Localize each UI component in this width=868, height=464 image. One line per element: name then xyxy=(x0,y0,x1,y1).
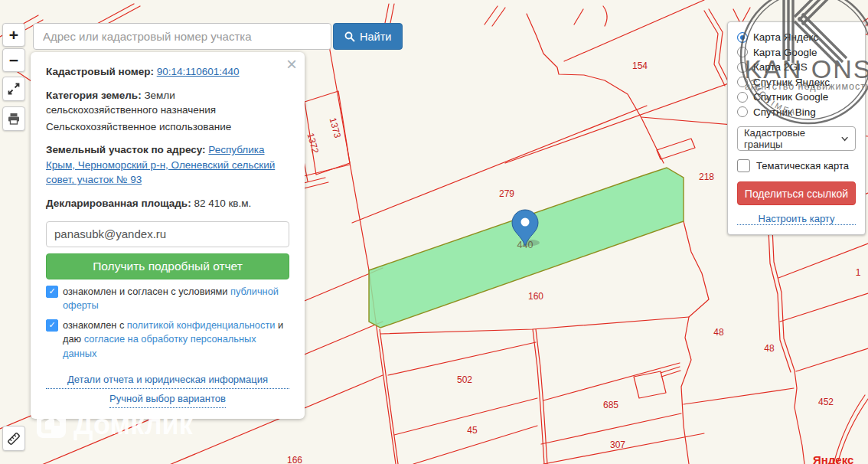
report-details-link[interactable]: Детали отчета и юридическая информация xyxy=(46,371,289,389)
cadastral-number-label: Кадастровый номер: xyxy=(46,66,154,77)
minus-icon: − xyxy=(9,52,18,68)
address-label: Земельный участок по адресу: xyxy=(46,144,206,155)
parcel-label: 502 xyxy=(457,374,472,385)
thematic-map-toggle[interactable]: Тематическая карта xyxy=(737,159,856,172)
email-field[interactable] xyxy=(46,221,289,247)
layer-option-yandex-map[interactable]: Карта Яндекс xyxy=(737,30,856,45)
parcel-label: 218 xyxy=(699,172,714,182)
consent-offer-text: ознакомлен и согласен с условиями публич… xyxy=(63,285,289,313)
parcel-label: 685 xyxy=(603,400,618,410)
parcel-label: 45 xyxy=(467,425,478,436)
printer-icon xyxy=(7,112,21,126)
parcel-label: 48 xyxy=(713,327,724,338)
radio-icon xyxy=(737,92,748,103)
layer-option-yandex-satellite[interactable]: Спутник Яндекс xyxy=(737,75,856,90)
parcel-label: 160 xyxy=(528,291,543,302)
measure-button[interactable] xyxy=(2,426,25,451)
parcel-label: 154 xyxy=(632,60,648,71)
declared-area-label: Декларированная площадь: xyxy=(46,198,191,209)
land-usage-value: Сельскохозяйственное использование xyxy=(46,119,289,135)
privacy-policy-link[interactable]: политикой конфиденциальности xyxy=(127,319,276,331)
print-button[interactable] xyxy=(2,106,25,131)
radio-icon xyxy=(737,47,748,57)
yandex-logo: Яндекс xyxy=(813,453,853,464)
consent-privacy-checkbox[interactable] xyxy=(46,319,58,332)
thematic-checkbox[interactable] xyxy=(737,159,750,172)
zoom-in-button[interactable]: + xyxy=(2,23,25,47)
parcel-info-card: × Кадастровый номер: 90:14:110601:440 Ка… xyxy=(31,52,305,419)
cadastral-number-link[interactable]: 90:14:110601:440 xyxy=(157,66,240,77)
layer-option-2gis-map[interactable]: Карта 2GIS xyxy=(737,60,856,75)
zoom-out-button[interactable]: − xyxy=(2,48,25,72)
share-link-button[interactable]: Поделиться ссылкой xyxy=(737,181,856,205)
search-button[interactable]: Найти xyxy=(333,23,403,50)
layer-option-google-map[interactable]: Карта Google xyxy=(737,45,856,60)
cadastral-map-app: 1542792182351160440484850245422141616668… xyxy=(0,0,868,464)
manual-choice-link[interactable]: Ручной выбор вариантов xyxy=(109,390,226,408)
land-category-label: Категория земель: xyxy=(46,90,142,101)
search-button-label: Найти xyxy=(360,31,391,43)
parcel-label: 279 xyxy=(499,188,514,199)
boundaries-select[interactable]: Кадастровые границы xyxy=(737,126,856,151)
chevron-down-icon xyxy=(840,134,849,143)
ruler-icon xyxy=(6,431,21,446)
radio-icon xyxy=(737,106,748,117)
layer-option-google-satellite[interactable]: Спутник Google xyxy=(737,90,856,105)
search-input[interactable] xyxy=(33,23,331,50)
personal-data-link[interactable]: согласие на обработку персональных данны… xyxy=(63,333,256,359)
radio-icon xyxy=(737,77,748,87)
layer-option-bing-satellite[interactable]: Спутник Bing xyxy=(737,105,856,120)
consent-offer-checkbox[interactable] xyxy=(46,286,58,298)
radio-icon xyxy=(737,32,748,43)
layers-panel: Карта Яндекс Карта Google Карта 2GIS Спу… xyxy=(727,21,866,235)
expand-arrows-icon xyxy=(7,82,21,96)
close-icon[interactable]: × xyxy=(286,55,297,74)
parcel-label: 307 xyxy=(610,439,625,450)
parcel-label: 452 xyxy=(818,397,834,407)
radio-icon xyxy=(737,62,748,73)
fullscreen-button[interactable] xyxy=(2,77,25,101)
parcel-label: 1 xyxy=(856,267,861,278)
get-report-button[interactable]: Получить подробный отчет xyxy=(46,253,289,279)
parcel-label: 48 xyxy=(764,343,775,354)
search-bar: Найти xyxy=(33,23,403,50)
consent-privacy-text: ознакомлен с политикой конфиденциальност… xyxy=(63,319,289,361)
declared-area-value: 82 410 кв.м. xyxy=(194,198,251,209)
search-icon xyxy=(344,31,355,42)
customize-map-link[interactable]: Настроить карту xyxy=(737,213,856,225)
plus-icon: + xyxy=(9,27,18,43)
parcel-label: 166 xyxy=(287,455,302,464)
